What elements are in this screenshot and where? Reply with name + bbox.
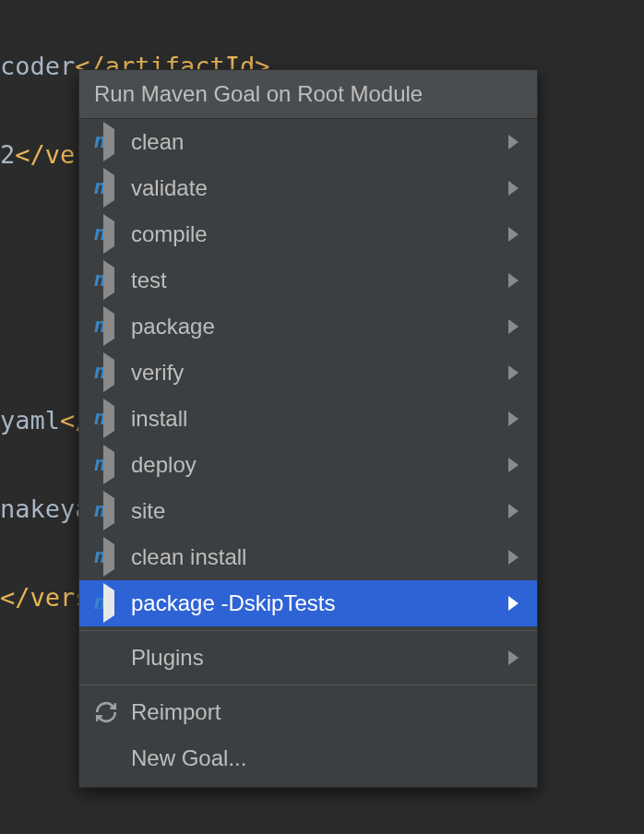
submenu-arrow-icon	[504, 319, 522, 334]
menu-item-label: Plugins	[131, 645, 504, 671]
maven-goal-verify[interactable]: m verify	[79, 350, 537, 396]
maven-reimport-item[interactable]: Reimport	[79, 689, 537, 735]
menu-item-label: New Goal...	[131, 745, 504, 771]
submenu-arrow-icon	[504, 650, 522, 665]
menu-item-label: deploy	[131, 452, 504, 478]
maven-goal-icon: m	[94, 316, 131, 338]
maven-plugins-item[interactable]: Plugins	[79, 635, 537, 681]
menu-item-label: package	[131, 314, 504, 340]
maven-goal-icon: m	[94, 131, 131, 153]
maven-goal-popup: Run Maven Goal on Root Module m clean m …	[78, 69, 538, 788]
maven-goal-icon: m	[94, 500, 131, 522]
maven-goal-compile[interactable]: m compile	[79, 211, 537, 257]
menu-item-label: clean install	[131, 544, 504, 570]
menu-item-label: package -DskipTests	[131, 590, 504, 616]
menu-separator	[79, 685, 537, 685]
submenu-arrow-icon	[504, 135, 522, 149]
submenu-arrow-icon	[504, 273, 522, 288]
code-text: yaml	[0, 406, 60, 435]
menu-item-label: compile	[131, 221, 504, 247]
maven-goal-icon: m	[94, 223, 131, 245]
submenu-arrow-icon	[504, 411, 522, 426]
menu-item-label: site	[131, 498, 504, 524]
submenu-arrow-icon	[504, 365, 522, 380]
maven-goal-icon: m	[94, 592, 131, 614]
code-text: 2	[0, 140, 15, 169]
maven-goal-deploy[interactable]: m deploy	[79, 442, 537, 488]
submenu-arrow-icon	[504, 458, 522, 472]
code-text: nakeya	[0, 494, 90, 523]
submenu-arrow-icon	[504, 550, 522, 565]
maven-goal-icon: m	[94, 177, 131, 199]
maven-goal-icon: m	[94, 454, 131, 476]
reimport-icon	[94, 700, 131, 724]
maven-goal-test[interactable]: m test	[79, 257, 537, 304]
maven-goal-install[interactable]: m install	[79, 396, 537, 442]
maven-goal-icon: m	[94, 362, 131, 384]
maven-goal-clean[interactable]: m clean	[79, 119, 537, 165]
submenu-arrow-icon	[504, 181, 522, 196]
maven-goal-icon: m	[94, 269, 131, 292]
xml-close-tag: </vers	[0, 583, 90, 612]
menu-item-label: Reimport	[131, 699, 504, 725]
menu-item-label: install	[131, 406, 504, 432]
maven-new-goal-item[interactable]: New Goal...	[79, 735, 537, 781]
maven-goal-clean-install[interactable]: m clean install	[79, 534, 537, 580]
maven-goal-icon: m	[94, 546, 131, 568]
submenu-arrow-icon	[504, 596, 522, 611]
menu-item-label: validate	[131, 175, 504, 201]
menu-item-label: verify	[131, 360, 504, 386]
code-text: coder	[0, 52, 75, 80]
maven-goal-validate[interactable]: m validate	[79, 165, 537, 211]
popup-title: Run Maven Goal on Root Module	[79, 70, 537, 119]
menu-separator	[79, 630, 537, 631]
menu-item-label: clean	[131, 129, 504, 155]
maven-goal-package[interactable]: m package	[79, 304, 537, 350]
menu-item-label: test	[131, 268, 504, 293]
maven-goal-package-skiptests[interactable]: m package -DskipTests	[79, 580, 537, 626]
submenu-arrow-icon	[504, 227, 522, 242]
submenu-arrow-icon	[504, 504, 522, 518]
maven-goal-site[interactable]: m site	[79, 488, 537, 534]
maven-goal-icon: m	[94, 408, 131, 430]
